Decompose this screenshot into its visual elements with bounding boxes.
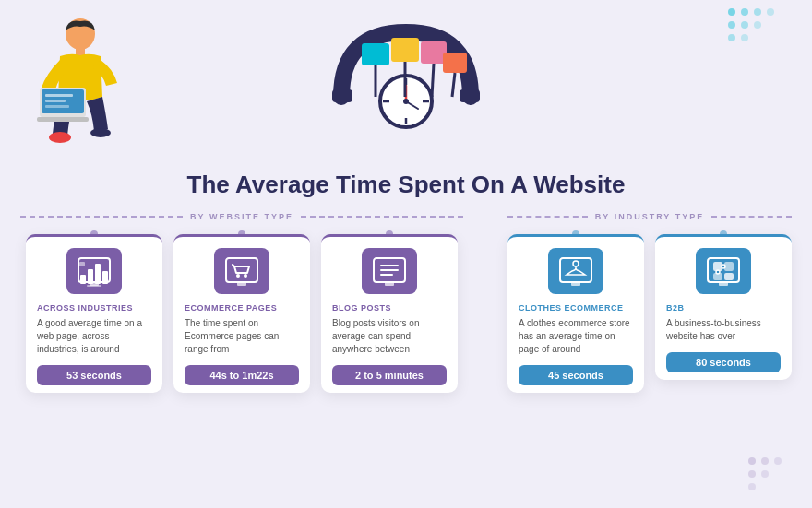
svg-rect-60 — [560, 258, 591, 282]
cards-section: BY WEBSITE TYPE — [0, 212, 812, 393]
svg-point-17 — [49, 132, 71, 143]
svg-point-1 — [741, 8, 748, 16]
svg-point-9 — [748, 457, 756, 465]
svg-rect-35 — [362, 43, 389, 65]
list-icon — [373, 254, 406, 288]
svg-rect-57 — [380, 265, 399, 266]
svg-point-18 — [90, 128, 111, 137]
svg-point-8 — [741, 34, 748, 41]
card-icon-box-b2b — [696, 248, 751, 294]
card-icon-box-blog — [362, 248, 417, 294]
page-container: The Average Time Spent On A Website BY W… — [0, 0, 812, 508]
svg-point-12 — [748, 470, 756, 478]
svg-rect-34 — [460, 89, 480, 102]
card-wrapper-ecommerce: ECOMMERCE PAGES The time spent on Ecomme… — [173, 234, 310, 393]
svg-rect-61 — [571, 282, 580, 286]
svg-rect-63 — [708, 258, 739, 282]
svg-rect-33 — [332, 89, 352, 102]
website-type-group: BY WEBSITE TYPE — [20, 212, 463, 393]
industry-type-group: BY INDUSTRY TYPE — [508, 212, 792, 393]
svg-rect-22 — [45, 94, 73, 97]
svg-line-41 — [432, 64, 434, 97]
svg-rect-36 — [391, 38, 419, 62]
card-icon-box-clothes — [548, 248, 603, 294]
svg-rect-23 — [45, 100, 66, 102]
card-wrapper-b2b: B2B A business-to-business website has o… — [655, 234, 792, 393]
card-badge-ecommerce: 44s to 1m22s — [185, 365, 299, 385]
industry-type-label-row: BY INDUSTRY TYPE — [508, 212, 792, 221]
dashed-line-right2 — [711, 216, 792, 218]
svg-point-5 — [741, 21, 748, 29]
card-desc-clothes: A clothes ecommerce store has an average… — [519, 317, 633, 356]
svg-point-7 — [728, 34, 735, 41]
svg-point-14 — [748, 483, 756, 490]
main-title: The Average Time Spent On A Website — [0, 171, 812, 199]
svg-point-54 — [244, 274, 247, 278]
decorative-dots-bottom — [745, 454, 805, 503]
card-desc-blog: Blog posts visitors on average can spend… — [332, 317, 447, 356]
card-wrapper-clothes: CLOTHES ECOMMERCE A clothes ecommerce st… — [508, 234, 644, 393]
svg-point-70 — [716, 270, 720, 274]
svg-point-4 — [728, 21, 735, 29]
card-badge-across-industries: 53 seconds — [37, 365, 151, 385]
card-desc-ecommerce: The time spent on Ecommerce pages can ra… — [185, 317, 299, 356]
dashed-line-left2 — [508, 216, 588, 218]
person-illustration — [14, 14, 134, 160]
card-desc-b2b: A business-to-business website has over — [666, 317, 781, 343]
card-badge-b2b: 80 seconds — [666, 352, 781, 372]
svg-rect-56 — [385, 282, 394, 286]
card-badge-blog: 2 to 5 minutes — [332, 365, 447, 385]
svg-point-11 — [774, 457, 782, 465]
card-category-across-industries: ACROSS INDUSTRIES — [37, 303, 151, 313]
svg-rect-21 — [37, 117, 89, 122]
svg-point-32 — [403, 99, 409, 104]
website-cards-row: ACROSS INDUSTRIES A good average time on… — [26, 234, 458, 393]
card-b2b: B2B A business-to-business website has o… — [655, 234, 792, 380]
dashed-line-left — [20, 216, 183, 218]
svg-point-6 — [754, 21, 761, 29]
industry-type-label: BY INDUSTRY TYPE — [588, 212, 711, 221]
card-category-blog: BLOG POSTS — [332, 303, 447, 313]
svg-rect-52 — [237, 282, 246, 286]
svg-point-2 — [754, 8, 761, 16]
svg-rect-58 — [380, 269, 399, 271]
website-type-label: BY WEBSITE TYPE — [183, 212, 301, 221]
clock-illustration — [323, 5, 489, 160]
puzzle-icon — [707, 254, 740, 288]
svg-line-42 — [452, 73, 455, 97]
cart-icon — [225, 254, 258, 288]
svg-rect-45 — [95, 264, 101, 284]
svg-point-53 — [236, 274, 240, 278]
svg-rect-68 — [724, 273, 734, 280]
card-across-industries: ACROSS INDUSTRIES A good average time on… — [26, 234, 162, 393]
card-desc-across-industries: A good average time on a web page, acros… — [37, 317, 151, 356]
svg-point-69 — [722, 265, 725, 268]
website-type-label-row: BY WEBSITE TYPE — [20, 212, 463, 221]
svg-rect-24 — [45, 105, 69, 108]
card-clothes-ecommerce: CLOTHES ECOMMERCE A clothes ecommerce st… — [508, 234, 644, 393]
card-badge-clothes: 45 seconds — [519, 365, 633, 385]
svg-point-0 — [728, 8, 735, 16]
svg-point-3 — [767, 8, 774, 16]
dashed-line-right — [301, 216, 463, 218]
svg-rect-64 — [719, 282, 728, 286]
svg-point-62 — [573, 261, 579, 266]
card-wrapper-across-industries: ACROSS INDUSTRIES A good average time on… — [26, 234, 162, 393]
decorative-dots-top — [724, 5, 798, 59]
svg-rect-47 — [79, 262, 85, 266]
svg-rect-51 — [226, 258, 257, 282]
card-icon-box-ecommerce — [214, 248, 269, 294]
card-category-clothes: CLOTHES ECOMMERCE — [519, 303, 633, 313]
card-category-ecommerce: ECOMMERCE PAGES — [185, 303, 299, 313]
hanger-icon — [559, 254, 592, 288]
svg-rect-38 — [443, 53, 467, 73]
card-ecommerce-pages: ECOMMERCE PAGES The time spent on Ecomme… — [173, 234, 310, 393]
card-category-b2b: B2B — [666, 303, 781, 313]
bar-chart-icon — [78, 254, 111, 288]
svg-point-10 — [761, 457, 769, 465]
svg-rect-50 — [87, 285, 102, 287]
svg-rect-37 — [421, 41, 447, 64]
card-blog-posts: BLOG POSTS Blog posts visitors on averag… — [321, 234, 458, 393]
svg-point-13 — [761, 470, 769, 478]
industry-cards-row: CLOTHES ECOMMERCE A clothes ecommerce st… — [508, 234, 792, 393]
